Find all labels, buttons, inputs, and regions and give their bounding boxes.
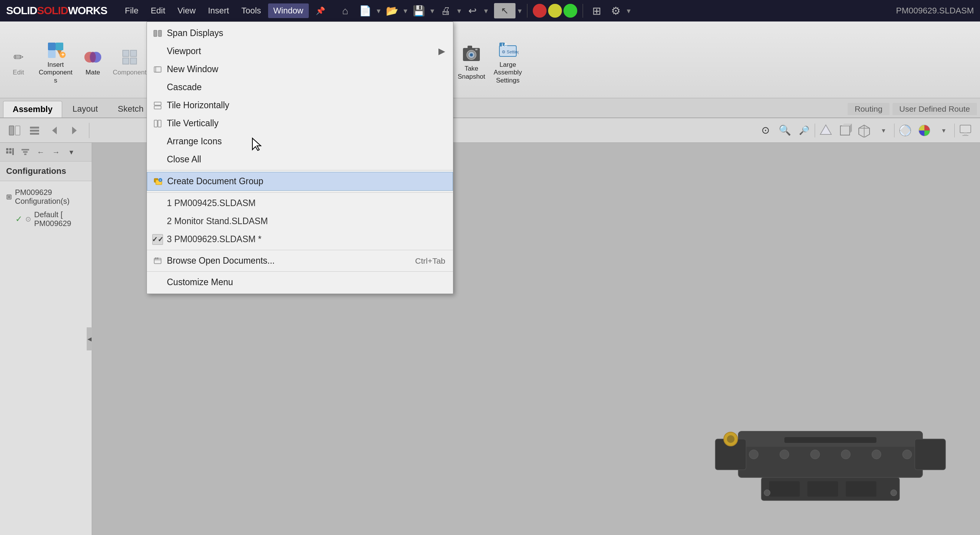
panel-icon-filter[interactable] (18, 145, 32, 159)
toolbar-open[interactable]: 📂 (384, 2, 400, 19)
toolbar-undo[interactable]: ↩ (464, 2, 481, 19)
tab-assembly[interactable]: Assembly (3, 101, 62, 117)
dd-doc-2[interactable]: 2 Monitor Stand.SLDASM (147, 212, 453, 230)
view-search[interactable]: ⊙ (757, 122, 774, 139)
svg-rect-2 (48, 50, 56, 58)
svg-point-100 (841, 450, 850, 459)
panel-icon-fwd[interactable]: → (49, 145, 63, 159)
svg-point-58 (470, 53, 473, 56)
tab-layout[interactable]: Layout (63, 101, 107, 117)
toolbar-new[interactable]: 📄 (357, 2, 374, 19)
menu-insert[interactable]: Insert (203, 3, 234, 18)
tile-v-icon (152, 118, 163, 129)
take-snapshot-label: TakeSnapshot (458, 65, 485, 81)
dd-divider-4 (147, 271, 453, 272)
view-monitor[interactable] (957, 122, 974, 139)
dd-divider-1 (147, 170, 453, 170)
toolbar-settings[interactable]: ⚙ (608, 2, 624, 19)
config-parent[interactable]: ⊞ PM009629 Configuration(s) (6, 186, 86, 208)
dd-divider-3 (147, 250, 453, 250)
toolbar-print[interactable]: 🖨 (437, 2, 454, 19)
mate-button[interactable]: Mate (77, 25, 108, 98)
panel-content: ⊞ PM009629 Configuration(s) ✓ ⊙ Default … (0, 181, 92, 235)
insert-components-label: InsertComponents (38, 61, 73, 84)
dd-close-all[interactable]: Close All (147, 150, 453, 168)
view-nav-fwd[interactable] (66, 122, 83, 139)
dd-cascade[interactable]: Cascade (147, 78, 453, 96)
view-dropdown-2[interactable]: ▾ (935, 122, 952, 139)
dd-doc-1[interactable]: 1 PM009425.SLDASM (147, 194, 453, 212)
svg-rect-87 (6, 151, 8, 154)
panel-icon-tree[interactable] (3, 145, 17, 159)
view-3d-1[interactable] (817, 122, 834, 139)
svg-rect-92 (24, 154, 26, 155)
tile-h-icon (152, 100, 163, 111)
menu-view[interactable]: View (172, 3, 201, 18)
view-display[interactable] (897, 122, 914, 139)
dd-customize-menu[interactable]: Customize Menu (147, 273, 453, 291)
menu-pin[interactable]: 📌 (310, 4, 331, 18)
svg-rect-69 (30, 133, 39, 135)
cursor-tool[interactable]: ↖ (494, 3, 516, 18)
view-nav-back[interactable] (46, 122, 63, 139)
svg-point-101 (872, 450, 881, 459)
mate-icon (81, 46, 104, 69)
svg-rect-66 (15, 126, 20, 135)
dd-tile-horizontally[interactable]: Tile Horizontally (147, 96, 453, 114)
svg-marker-73 (820, 125, 831, 134)
large-assembly-button[interactable]: LC ⚙ Settings LargeAssemblySettings (490, 25, 526, 98)
dd-span-displays[interactable]: Span Displays (147, 24, 453, 42)
view-panel-btn[interactable] (6, 122, 23, 139)
menu-tools[interactable]: Tools (236, 3, 266, 18)
dd-arrange-icons[interactable]: Arrange Icons (147, 132, 453, 150)
view-dropdown-1[interactable]: ▾ (875, 122, 892, 139)
solidworks-logo: SOLIDSOLIDWORKS (6, 5, 107, 17)
dd-new-window[interactable]: New Window (147, 60, 453, 78)
component-button[interactable]: Component (109, 25, 150, 98)
svg-rect-88 (9, 151, 12, 154)
svg-rect-113 (158, 30, 161, 36)
view-color[interactable] (916, 122, 933, 139)
take-snapshot-button[interactable]: TakeSnapshot (454, 25, 489, 98)
browse-docs-icon (152, 256, 163, 266)
doc-3-check-icon: ✓ (152, 234, 163, 245)
take-snapshot-icon (460, 42, 483, 65)
tab-user-route[interactable]: User Defined Route (893, 103, 977, 115)
config-check-icon: ✓ (15, 214, 22, 224)
toolbar-save[interactable]: 💾 (410, 2, 427, 19)
svg-rect-127 (157, 258, 158, 259)
view-zoom[interactable]: 🔍 (776, 122, 793, 139)
dd-doc-3[interactable]: ✓ 3 PM009629.SLDASM * (147, 230, 453, 248)
menu-window[interactable]: Window (268, 3, 309, 18)
menu-edit[interactable]: Edit (145, 3, 171, 18)
toolbar-grid[interactable]: ⊞ (588, 2, 605, 19)
toolbar-house[interactable]: ⌂ (337, 2, 354, 19)
view-3d-2[interactable] (837, 122, 853, 139)
panel-icon-more[interactable]: ▾ (64, 145, 78, 159)
dd-viewport[interactable]: Viewport ▶ (147, 42, 453, 60)
svg-point-8 (90, 52, 96, 63)
3d-model (708, 401, 976, 531)
view-zoom2[interactable]: 🔎 (796, 122, 812, 139)
tab-routing[interactable]: Routing (848, 103, 889, 115)
svg-marker-70 (52, 127, 57, 134)
dd-browse-docs[interactable]: Browse Open Documents... Ctrl+Tab (147, 252, 453, 270)
viewport-icon (152, 46, 163, 57)
panel-icon-back[interactable]: ← (34, 145, 48, 159)
svg-rect-83 (964, 133, 967, 135)
close-all-icon (152, 154, 163, 165)
insert-components-button[interactable]: + InsertComponents (35, 25, 77, 98)
config-child[interactable]: ✓ ⊙ Default [ PM009629 (6, 208, 86, 230)
svg-point-111 (891, 490, 897, 496)
edit-button[interactable]: ✏ Edit (3, 25, 34, 98)
view-3d-3[interactable] (856, 122, 873, 139)
dd-create-doc-group[interactable]: + Create Document Group (147, 172, 453, 191)
toolbar2-sep (89, 123, 89, 138)
collapse-panel-btn[interactable]: ◀ (87, 327, 92, 350)
dd-tile-vertically[interactable]: Tile Vertically (147, 114, 453, 132)
svg-rect-90 (21, 149, 29, 150)
svg-rect-103 (784, 437, 876, 443)
svg-rect-59 (468, 46, 472, 49)
view-list-btn[interactable] (26, 122, 43, 139)
menu-file[interactable]: File (119, 3, 143, 18)
